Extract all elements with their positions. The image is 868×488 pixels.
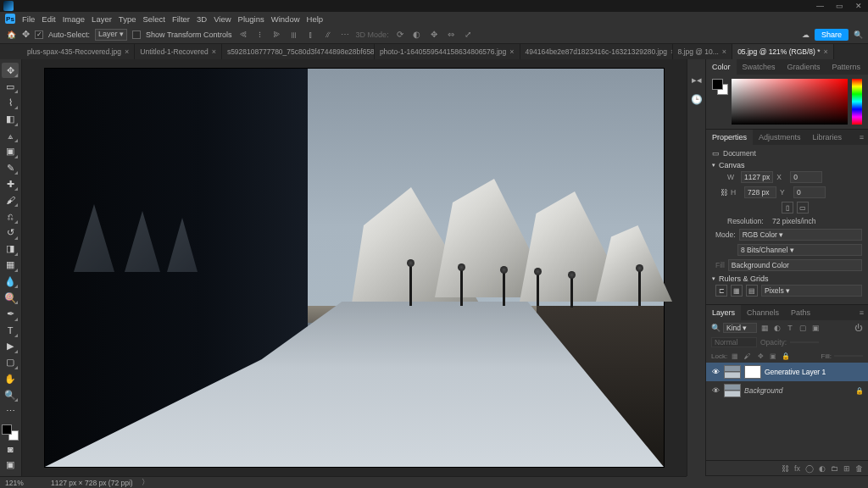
panel-menu-icon[interactable]: ≡ [855, 305, 868, 320]
width-input[interactable]: 1127 px [741, 171, 773, 183]
link-wh-icon[interactable]: ⛓ [721, 188, 727, 197]
search-icon[interactable]: 🔍 [854, 30, 863, 39]
frame-tool[interactable]: ▣ [2, 144, 19, 159]
brush-tool[interactable]: 🖌 [2, 192, 19, 208]
rulers-toggle[interactable]: ⊏ [715, 285, 727, 297]
grid-toggle[interactable]: ▦ [731, 285, 743, 297]
align-top-icon[interactable]: ⫼ [288, 29, 300, 41]
new-layer-icon[interactable]: ⊞ [843, 464, 850, 473]
cloud-icon[interactable]: ☁ [802, 30, 810, 39]
x-input[interactable]: 0 [790, 171, 822, 183]
layer-row[interactable]: 👁 Generative Layer 1 [706, 363, 868, 381]
close-tab-icon[interactable]: × [125, 47, 129, 56]
hand-tool[interactable]: ✋ [2, 371, 19, 386]
align-bottom-icon[interactable]: ⫽ [322, 29, 334, 41]
object-select-tool[interactable]: ◧ [2, 111, 19, 126]
lock-image-icon[interactable]: 🖌 [743, 351, 753, 361]
align-center-v-icon[interactable]: ⫿ [305, 29, 317, 41]
layer-mask-thumbnail[interactable] [744, 365, 761, 379]
tab-color[interactable]: Color [706, 59, 737, 75]
auto-select-mode-select[interactable]: Layer ▾ [95, 29, 127, 41]
filter-toggle[interactable]: ⏻ [853, 323, 863, 333]
height-input[interactable]: 728 px [744, 186, 776, 198]
hue-slider[interactable] [852, 79, 862, 125]
move-tool[interactable]: ✥ [2, 63, 19, 78]
close-tab-icon[interactable]: × [722, 47, 726, 56]
history-brush-tool[interactable]: ↺ [2, 225, 19, 241]
menu-window[interactable]: Window [271, 14, 300, 24]
color-mode-select[interactable]: RGB Color ▾ [739, 229, 862, 241]
eyedropper-tool[interactable]: ✎ [2, 160, 19, 175]
lock-transparency-icon[interactable]: ▦ [730, 351, 740, 361]
layer-style-icon[interactable]: fx [794, 464, 800, 473]
tab-properties[interactable]: Properties [706, 130, 753, 145]
crop-tool[interactable]: ⟁ [2, 128, 19, 143]
doc-tab[interactable]: plus-spax-435-Recovered.jpg× [22, 44, 135, 59]
close-tab-icon[interactable]: × [509, 47, 514, 56]
layer-filter-select[interactable]: Kind ▾ [723, 323, 757, 333]
filter-shape-icon[interactable]: ▢ [798, 323, 808, 333]
doc-info[interactable]: 1127 px × 728 px (72 ppi) [51, 479, 133, 487]
orientation-landscape[interactable]: ▭ [797, 202, 809, 214]
menu-file[interactable]: File [22, 14, 35, 24]
window-minimize-button[interactable]: — [814, 2, 826, 10]
bit-depth-select[interactable]: 8 Bits/Channel ▾ [737, 244, 862, 256]
edit-toolbar-button[interactable]: ⋯ [2, 403, 19, 419]
lock-icon[interactable]: 🔒 [855, 387, 864, 395]
layer-thumbnail[interactable] [724, 384, 741, 397]
color-mini-swatches[interactable] [712, 79, 727, 125]
menu-help[interactable]: Help [307, 14, 324, 24]
layer-row[interactable]: 👁 Background 🔒 [706, 381, 868, 400]
tab-libraries[interactable]: Libraries [807, 130, 849, 145]
shape-tool[interactable]: ▢ [2, 355, 19, 370]
delete-layer-icon[interactable]: 🗑 [855, 464, 863, 473]
menu-filter[interactable]: Filter [172, 14, 190, 24]
menu-select[interactable]: Select [142, 14, 164, 24]
healing-brush-tool[interactable]: ✚ [2, 176, 19, 191]
visibility-toggle-icon[interactable]: 👁 [710, 368, 721, 376]
quick-mask-button[interactable]: ◙ [2, 441, 19, 457]
align-left-icon[interactable]: ⫷ [237, 29, 249, 41]
align-right-icon[interactable]: ⫸ [271, 29, 283, 41]
menu-3d[interactable]: 3D [197, 14, 207, 24]
filter-smart-icon[interactable]: ▣ [810, 323, 821, 333]
pen-tool[interactable]: ✒ [2, 306, 19, 321]
type-tool[interactable]: T [2, 323, 19, 338]
align-center-h-icon[interactable]: ⫶ [254, 29, 266, 41]
tab-swatches[interactable]: Swatches [737, 59, 782, 75]
menu-layer[interactable]: Layer [92, 14, 112, 24]
tab-layers[interactable]: Layers [706, 305, 741, 320]
color-swatches[interactable] [2, 424, 19, 440]
eraser-tool[interactable]: ◨ [2, 241, 19, 257]
rulers-grids-section[interactable]: Rulers & Grids [712, 274, 862, 283]
layer-mask-icon[interactable]: ◯ [805, 464, 814, 473]
zoom-tool[interactable]: 🔍 [2, 387, 19, 402]
menu-plugins[interactable]: Plugins [238, 14, 264, 24]
tab-channels[interactable]: Channels [741, 305, 785, 320]
menu-edit[interactable]: Edit [42, 14, 55, 24]
filter-adjust-icon[interactable]: ◐ [772, 323, 782, 333]
doc-tab[interactable]: 494164be2e87d1823416c-16321329280.jpg× [520, 44, 673, 59]
layer-name[interactable]: Generative Layer 1 [765, 368, 826, 376]
canvas-section[interactable]: Canvas [712, 161, 862, 169]
doc-tab[interactable]: s5928108777780_75c80d3f4744898e28bf65803… [222, 44, 375, 59]
menu-image[interactable]: Image [63, 14, 85, 24]
doc-info-menu-icon[interactable]: 〉 [142, 478, 149, 488]
tab-paths[interactable]: Paths [785, 305, 816, 320]
orientation-portrait[interactable]: ▯ [782, 202, 793, 214]
canvas-area[interactable] [22, 59, 687, 476]
window-maximize-button[interactable]: ▭ [833, 2, 846, 10]
path-select-tool[interactable]: ▶ [2, 339, 19, 354]
clone-stamp-tool[interactable]: ⎌ [2, 208, 19, 224]
auto-select-checkbox[interactable] [35, 30, 43, 39]
window-close-button[interactable]: ✕ [853, 2, 865, 10]
history-panel-icon[interactable]: 🕒 [691, 94, 703, 105]
doc-tab[interactable]: photo-1-1640559544158634806576.jpg× [375, 44, 520, 59]
marquee-tool[interactable]: ▭ [2, 79, 19, 94]
home-button[interactable]: 🏠 [5, 29, 17, 41]
menu-view[interactable]: View [214, 14, 231, 24]
doc-tab[interactable]: Untitled-1-Recovered× [135, 44, 222, 59]
lock-artboard-icon[interactable]: ▣ [768, 351, 778, 361]
doc-tab-active[interactable]: 05.jpg @ 121% (RGB/8) *× [732, 44, 834, 59]
filter-pixel-icon[interactable]: ▦ [760, 323, 770, 333]
